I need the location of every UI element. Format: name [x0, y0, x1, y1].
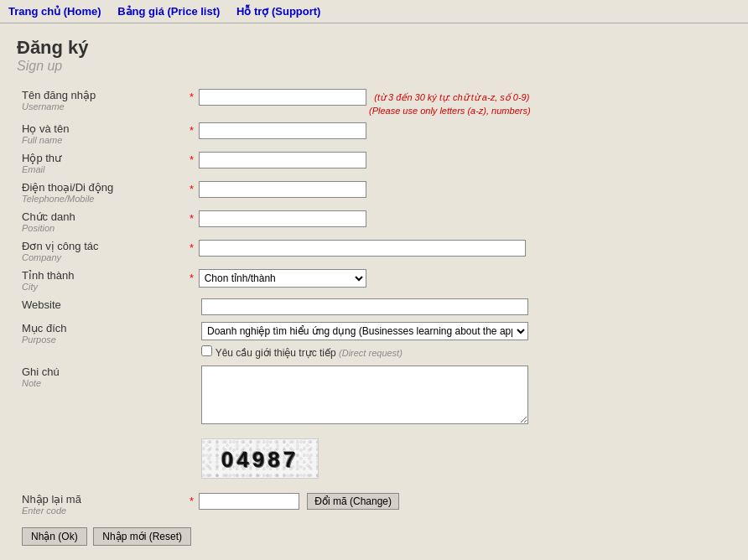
nav-home[interactable]: Trang chủ (Home) — [8, 5, 101, 18]
row-email: Hộp thư Email * — [17, 148, 621, 178]
username-hint: (từ 3 đến 30 ký tự: chữ từ a-z, số 0-9) — [374, 92, 529, 102]
position-input[interactable] — [199, 210, 366, 227]
label-position-vn: Chức danh — [22, 210, 179, 223]
navigation-bar: Trang chủ (Home) Bảng giá (Price list) H… — [0, 0, 748, 23]
direct-request-label: Yêu cầu giới thiệu trực tiếp (Direct req… — [216, 347, 403, 359]
row-position: Chức danh Position * — [17, 207, 621, 236]
required-star-position: * — [190, 212, 195, 225]
label-telephone-en: Telephone/Mobile — [22, 194, 179, 204]
row-city: Tỉnh thành City * Chon tỉnh/thành Hà Nội… — [17, 266, 621, 295]
city-select[interactable]: Chon tỉnh/thành Hà Nội TP Hồ Chí Minh Đà… — [199, 269, 366, 288]
note-textarea[interactable] — [201, 366, 528, 424]
nav-support[interactable]: Hỗ trợ (Support) — [236, 5, 320, 18]
required-star-fullname: * — [190, 124, 195, 137]
label-email-vn: Hộp thư — [22, 152, 179, 164]
label-position-en: Position — [22, 223, 179, 233]
bottom-buttons: Nhận (Ok) Nhập mới (Reset) — [17, 527, 731, 546]
registration-form: Tên đăng nhập Username * (từ 3 đến 30 ký… — [17, 86, 621, 519]
purpose-select[interactable]: Doanh nghiệp tìm hiểu ứng dụng (Business… — [201, 322, 528, 340]
row-fullname: Họ và tên Full name * — [17, 119, 621, 148]
label-note-vn: Ghi chú — [22, 366, 179, 378]
label-city-en: City — [22, 282, 179, 292]
website-input[interactable] — [201, 298, 528, 315]
label-city-vn: Tỉnh thành — [22, 269, 179, 282]
page-title-vn: Đăng ký — [17, 37, 731, 59]
fullname-input[interactable] — [199, 122, 366, 139]
label-email-en: Email — [22, 164, 179, 174]
page-title-en: Sign up — [17, 59, 731, 74]
label-company-vn: Đơn vị công tác — [22, 240, 179, 252]
required-star-email: * — [190, 153, 195, 166]
row-captcha-image: 04987 — [17, 430, 621, 490]
main-content: Đăng ký Sign up Tên đăng nhập Username *… — [0, 23, 748, 560]
row-website: Website — [17, 295, 621, 319]
change-captcha-button[interactable]: Đổi mã (Change) — [307, 493, 399, 510]
label-company-en: Company — [22, 252, 179, 262]
label-username-en: Username — [22, 101, 179, 111]
row-purpose: Mục đích Purpose Doanh nghiệp tìm hiểu ứ… — [17, 319, 621, 362]
nav-pricelist[interactable]: Bảng giá (Price list) — [117, 5, 220, 18]
required-star-username: * — [190, 91, 195, 103]
label-fullname-vn: Họ và tên — [22, 122, 179, 135]
row-enter-code: Nhập lại mã Enter code * Đổi mã (Change) — [17, 490, 621, 519]
label-entercode-vn: Nhập lại mã — [22, 493, 179, 506]
email-input[interactable] — [199, 152, 366, 169]
code-input[interactable] — [199, 493, 299, 510]
company-input[interactable] — [199, 240, 526, 257]
reset-button[interactable]: Nhập mới (Reset) — [93, 527, 191, 546]
username-hint2: (Please use only letters (a-z), numbers) — [369, 106, 616, 116]
direct-request-checkbox[interactable] — [201, 345, 212, 356]
label-purpose-vn: Mục đích — [22, 322, 179, 334]
required-star-telephone: * — [190, 183, 195, 195]
captcha-text: 04987 — [221, 447, 299, 472]
label-fullname-en: Full name — [22, 135, 179, 145]
telephone-input[interactable] — [199, 181, 366, 198]
label-website-vn: Website — [22, 298, 179, 311]
submit-button[interactable]: Nhận (Ok) — [22, 527, 87, 546]
row-telephone: Điện thoại/Di động Telephone/Mobile * — [17, 178, 621, 207]
label-entercode-en: Enter code — [22, 506, 179, 516]
row-note: Ghi chú Note — [17, 362, 621, 430]
captcha-image: 04987 — [201, 438, 319, 479]
row-company: Đơn vị công tác Company * — [17, 236, 621, 266]
label-username-vn: Tên đăng nhập — [22, 89, 179, 101]
label-purpose-en: Purpose — [22, 334, 179, 345]
label-telephone-vn: Điện thoại/Di động — [22, 181, 179, 194]
username-input[interactable] — [199, 89, 366, 106]
label-note-en: Note — [22, 378, 179, 388]
required-star-code: * — [190, 495, 195, 507]
row-username: Tên đăng nhập Username * (từ 3 đến 30 ký… — [17, 86, 621, 119]
required-star-city: * — [190, 272, 195, 284]
required-star-company: * — [190, 241, 195, 254]
